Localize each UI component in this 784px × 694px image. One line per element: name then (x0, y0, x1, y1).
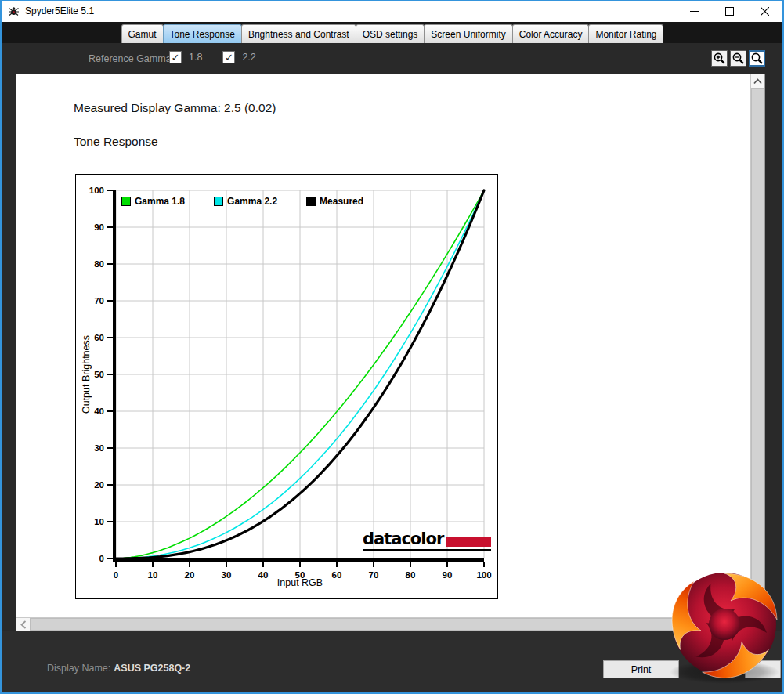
checkbox-label-2-2: 2.2 (242, 52, 255, 63)
svg-text:50: 50 (94, 370, 104, 379)
svg-text:30: 30 (222, 570, 232, 580)
legend-item-gamma-2-2: Gamma 2.2 (214, 196, 277, 207)
checkbox-label-1-8: 1.8 (189, 52, 202, 63)
close-icon (761, 7, 769, 16)
zoom-toolbar (711, 50, 765, 67)
app-window: Spyder5Elite 5.1 GamutTone ResponseBrigh… (0, 0, 784, 694)
spyder-logo-icon (8, 5, 20, 17)
horizontal-scrollbar[interactable] (16, 617, 750, 631)
tab-screen-uniformity[interactable]: Screen Uniformity (424, 24, 512, 43)
svg-text:90: 90 (443, 570, 453, 580)
svg-text:80: 80 (94, 259, 104, 269)
display-name-value: ASUS PG258Q-2 (114, 663, 190, 674)
main-panel: Reference Gamma: ✓1.8✓2.2 (2, 43, 782, 631)
svg-text:90: 90 (94, 222, 104, 232)
horizontal-scroll-thumb[interactable] (30, 618, 750, 631)
svg-text:40: 40 (258, 570, 269, 580)
svg-text:40: 40 (94, 407, 104, 416)
svg-text:100: 100 (476, 570, 491, 580)
legend-item-gamma-1-8: Gamma 1.8 (121, 196, 185, 207)
chevron-up-icon (753, 78, 762, 85)
reference-gamma-checkboxes: ✓1.8✓2.2 (169, 51, 276, 63)
tab-gamut[interactable]: Gamut (121, 24, 164, 43)
maximize-icon (725, 7, 734, 16)
datacolor-wordmark: datacolor (363, 531, 443, 548)
vertical-scrollbar[interactable] (750, 74, 764, 617)
report-page: Measured Display Gamma: 2.5 (0.02) Tone … (16, 74, 765, 631)
display-name-line: Display Name:ASUS PG258Q-2 (47, 663, 190, 674)
legend-label: Gamma 1.8 (135, 196, 185, 207)
magnifier-icon (750, 52, 764, 65)
datacolor-logo: datacolor (363, 531, 491, 551)
tab-tone-response[interactable]: Tone Response (163, 24, 242, 43)
tab-monitor-rating[interactable]: Monitor Rating (588, 24, 663, 43)
tab-osd-settings[interactable]: OSD settings (356, 24, 425, 43)
legend-label: Measured (320, 196, 363, 207)
section-heading: Tone Response (74, 135, 158, 149)
bottom-bar: Display Name:ASUS PG258Q-2 Print (2, 631, 782, 692)
chart-legend: Gamma 1.8Gamma 2.2Measured (121, 196, 363, 207)
tone-response-chart: 0102030405060708090100010203040506070809… (75, 174, 498, 599)
minimize-icon (690, 7, 699, 16)
chevron-left-icon (20, 620, 27, 629)
maximize-button[interactable] (712, 1, 747, 22)
zoom-in-button[interactable] (711, 50, 728, 67)
legend-label: Gamma 2.2 (227, 196, 277, 207)
scroll-left-button[interactable] (16, 618, 30, 631)
display-name-label: Display Name: (47, 663, 110, 674)
svg-text:30: 30 (94, 443, 104, 453)
measured-gamma-heading: Measured Display Gamma: 2.5 (0.02) (74, 101, 276, 115)
svg-text:0: 0 (99, 554, 104, 563)
svg-text:70: 70 (369, 570, 379, 580)
tab-bar: GamutTone ResponseBrightness and Contras… (2, 22, 782, 43)
kitguru-swirl-logo (667, 569, 784, 689)
zoom-select-button[interactable] (749, 50, 765, 67)
legend-swatch (214, 197, 223, 206)
svg-text:20: 20 (185, 570, 195, 580)
checkbox-gamma-2-2[interactable]: ✓ (222, 51, 235, 63)
scroll-up-button[interactable] (751, 74, 764, 88)
window-title: Spyder5Elite 5.1 (25, 5, 94, 16)
window-controls (677, 1, 782, 22)
legend-swatch (121, 197, 131, 206)
svg-text:20: 20 (94, 480, 104, 490)
checkbox-gamma-1-8[interactable]: ✓ (169, 51, 182, 63)
zoom-in-icon (713, 52, 726, 65)
legend-item-measured: Measured (306, 196, 363, 207)
datacolor-red-block (446, 537, 491, 547)
reference-gamma-label: Reference Gamma: (89, 53, 174, 64)
svg-text:60: 60 (94, 333, 104, 342)
title-bar: Spyder5Elite 5.1 (2, 1, 782, 22)
svg-text:0: 0 (114, 570, 118, 580)
legend-swatch (306, 197, 316, 206)
minimize-button[interactable] (677, 1, 712, 22)
svg-text:10: 10 (148, 570, 158, 580)
svg-text:60: 60 (332, 570, 342, 580)
svg-text:80: 80 (406, 570, 416, 580)
zoom-out-button[interactable] (730, 50, 746, 67)
x-axis-title: Input RGB (277, 577, 323, 588)
close-button[interactable] (747, 1, 782, 22)
zoom-out-icon (732, 52, 745, 65)
svg-text:100: 100 (89, 186, 104, 195)
svg-text:10: 10 (94, 517, 104, 526)
vertical-scroll-thumb[interactable] (751, 88, 764, 617)
svg-text:70: 70 (94, 296, 104, 305)
tab-brightness-and-contrast[interactable]: Brightness and Contrast (241, 24, 356, 43)
tab-color-accuracy[interactable]: Color Accuracy (512, 24, 590, 43)
y-axis-title: Output Brightness (81, 335, 92, 414)
